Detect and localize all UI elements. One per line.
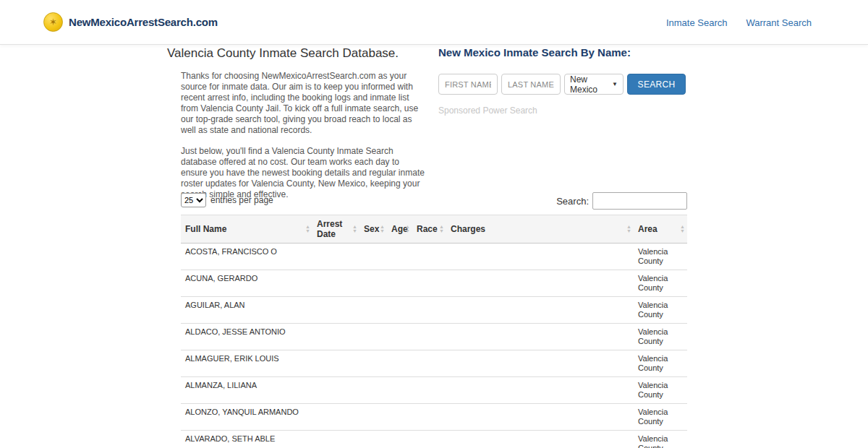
inmate-table: Full Name▲▼Arrest Date▲▼Sex▲▼Age▲▼Race▲▼… bbox=[181, 215, 687, 448]
table-row: ACUNA, GERARDOValencia County bbox=[181, 270, 687, 297]
sort-arrows-icon: ▲▼ bbox=[680, 225, 685, 233]
entries-label: entries per page bbox=[210, 195, 273, 205]
cell-sex bbox=[359, 404, 387, 431]
cell-area: Valencia County bbox=[634, 270, 687, 297]
cell-full-name: ALONZO, YANQUIL ARMANDO bbox=[181, 404, 312, 431]
site-logo-icon bbox=[43, 12, 63, 32]
cell-race bbox=[412, 431, 446, 448]
cell-age bbox=[387, 270, 412, 297]
cell-arrest-date bbox=[312, 350, 359, 377]
cell-full-name: ACUNA, GERARDO bbox=[181, 270, 312, 297]
cell-charges bbox=[446, 297, 634, 324]
sort-arrows-icon: ▲▼ bbox=[626, 225, 631, 233]
site-logo[interactable]: NewMexicoArrestSearch.com bbox=[43, 12, 218, 32]
column-label: Area bbox=[638, 224, 658, 234]
column-label: Race bbox=[417, 224, 438, 234]
cell-sex bbox=[359, 350, 387, 377]
cell-arrest-date bbox=[312, 297, 359, 324]
cell-age bbox=[387, 350, 412, 377]
table-controls: 25 entries per page Search: bbox=[181, 190, 687, 213]
state-select[interactable]: New Mexico ▼ bbox=[564, 74, 624, 95]
cell-charges bbox=[446, 404, 634, 431]
cell-sex bbox=[359, 244, 387, 270]
column-header-charges[interactable]: Charges▲▼ bbox=[446, 215, 634, 244]
cell-area: Valencia County bbox=[634, 244, 687, 270]
sort-arrows-icon: ▲▼ bbox=[305, 225, 310, 233]
cell-race bbox=[412, 270, 446, 297]
column-header-race[interactable]: Race▲▼ bbox=[412, 215, 446, 244]
cell-sex bbox=[359, 270, 387, 297]
table-search: Search: bbox=[556, 192, 687, 210]
cell-charges bbox=[446, 350, 634, 377]
table-header-row: Full Name▲▼Arrest Date▲▼Sex▲▼Age▲▼Race▲▼… bbox=[181, 215, 687, 244]
search-button[interactable]: SEARCH bbox=[627, 74, 686, 95]
column-label: Sex bbox=[364, 224, 379, 234]
cell-charges bbox=[446, 431, 634, 448]
cell-area: Valencia County bbox=[634, 350, 687, 377]
last-name-input[interactable] bbox=[501, 74, 561, 95]
column-label: Full Name bbox=[185, 224, 226, 234]
top-nav: Inmate Search Warrant Search bbox=[666, 0, 812, 45]
column-header-sex[interactable]: Sex▲▼ bbox=[359, 215, 387, 244]
cell-charges bbox=[446, 244, 634, 270]
cell-full-name: ACOSTA, FRANCISCO O bbox=[181, 244, 312, 270]
first-name-input[interactable] bbox=[438, 74, 498, 95]
column-label: Arrest Date bbox=[317, 219, 342, 239]
cell-race bbox=[412, 297, 446, 324]
nav-inmate-search[interactable]: Inmate Search bbox=[666, 17, 728, 28]
entries-select[interactable]: 25 bbox=[181, 193, 206, 207]
sponsored-text: Sponsored Power Search bbox=[438, 105, 689, 116]
cell-race bbox=[412, 324, 446, 350]
sort-arrows-icon: ▲▼ bbox=[405, 225, 410, 233]
cell-area: Valencia County bbox=[634, 324, 687, 350]
cell-race bbox=[412, 244, 446, 270]
cell-full-name: ALDACO, JESSE ANTONIO bbox=[181, 324, 312, 350]
cell-full-name: ALVARADO, SETH ABLE bbox=[181, 431, 312, 448]
cell-area: Valencia County bbox=[634, 377, 687, 404]
brand-text: NewMexicoArrestSearch.com bbox=[69, 16, 218, 28]
column-header-area[interactable]: Area▲▼ bbox=[634, 215, 687, 244]
name-search-form: New Mexico ▼ SEARCH bbox=[438, 74, 689, 95]
site-header: NewMexicoArrestSearch.com Inmate Search … bbox=[0, 0, 868, 45]
cell-age bbox=[387, 431, 412, 448]
table-row: AGUILAR, ALANValencia County bbox=[181, 297, 687, 324]
sort-arrows-icon: ▲▼ bbox=[380, 225, 385, 233]
table-search-input[interactable] bbox=[592, 192, 687, 210]
column-header-arrest-date[interactable]: Arrest Date▲▼ bbox=[312, 215, 359, 244]
column-header-age[interactable]: Age▲▼ bbox=[387, 215, 412, 244]
cell-arrest-date bbox=[312, 324, 359, 350]
table-row: ACOSTA, FRANCISCO OValencia County bbox=[181, 244, 687, 270]
cell-full-name: AGUILAR, ALAN bbox=[181, 297, 312, 324]
cell-arrest-date bbox=[312, 431, 359, 448]
sort-arrows-icon: ▲▼ bbox=[439, 225, 444, 233]
page-title: Valencia County Inmate Search Database. bbox=[167, 46, 430, 61]
nav-warrant-search[interactable]: Warrant Search bbox=[746, 17, 812, 28]
column-label: Charges bbox=[451, 224, 485, 234]
cell-arrest-date bbox=[312, 244, 359, 270]
state-select-value: New Mexico bbox=[570, 74, 612, 95]
table-row: ALMAGUER, ERIK LOUISValencia County bbox=[181, 350, 687, 377]
sort-arrows-icon: ▲▼ bbox=[352, 225, 357, 233]
table-row: ALDACO, JESSE ANTONIOValencia County bbox=[181, 324, 687, 350]
chevron-down-icon: ▼ bbox=[612, 81, 618, 87]
cell-charges bbox=[446, 270, 634, 297]
cell-area: Valencia County bbox=[634, 297, 687, 324]
column-header-full-name[interactable]: Full Name▲▼ bbox=[181, 215, 312, 244]
search-panel: New Mexico Inmate Search By Name: New Me… bbox=[438, 45, 689, 116]
search-panel-title: New Mexico Inmate Search By Name: bbox=[438, 46, 689, 59]
cell-full-name: ALMAGUER, ERIK LOUIS bbox=[181, 350, 312, 377]
cell-area: Valencia County bbox=[634, 431, 687, 448]
entries-per-page: 25 entries per page bbox=[181, 193, 273, 207]
table-row: ALMANZA, LILIANAValencia County bbox=[181, 377, 687, 404]
cell-charges bbox=[446, 324, 634, 350]
cell-age bbox=[387, 297, 412, 324]
intro-paragraph-1: Thanks for choosing NewMexicoArrestSearc… bbox=[181, 71, 427, 135]
cell-race bbox=[412, 404, 446, 431]
cell-age bbox=[387, 404, 412, 431]
cell-area: Valencia County bbox=[634, 404, 687, 431]
cell-arrest-date bbox=[312, 270, 359, 297]
cell-age bbox=[387, 377, 412, 404]
cell-arrest-date bbox=[312, 404, 359, 431]
cell-arrest-date bbox=[312, 377, 359, 404]
cell-age bbox=[387, 244, 412, 270]
